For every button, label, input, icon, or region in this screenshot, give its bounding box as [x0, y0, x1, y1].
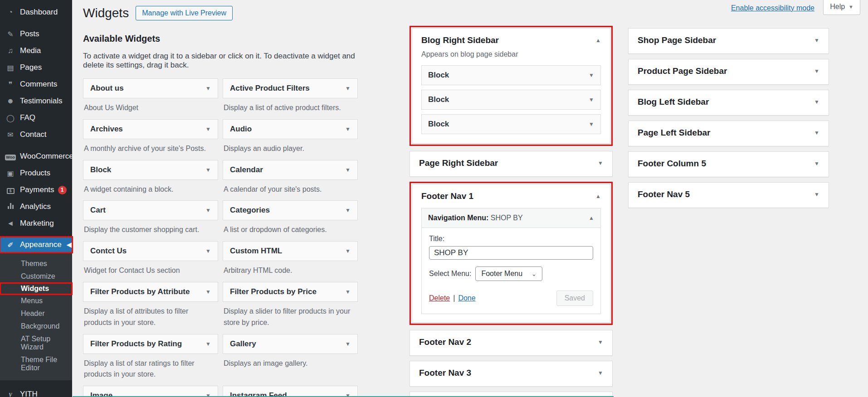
available-widget-archives: Archives ▼ A monthly archive of your sit… [83, 119, 218, 155]
chevron-down-icon[interactable]: ▼ [598, 339, 603, 345]
title-input[interactable] [429, 246, 593, 260]
manage-with-live-preview-button[interactable]: Manage with Live Preview [136, 6, 233, 20]
panel-header[interactable]: Shop Page Sidebar ▼ [629, 29, 829, 52]
sidebar-item-woocommerce[interactable]: Woo WooCommerce [0, 149, 72, 164]
chevron-down-icon[interactable]: ▼ [814, 37, 819, 44]
sidebar-item-faq[interactable]: ◯ FAQ [0, 110, 72, 126]
widget-bar[interactable]: About us ▼ [83, 78, 218, 98]
widget-bar[interactable]: Active Product Filters ▼ [223, 78, 358, 98]
panel-header[interactable]: Footer Nav 2 ▼ [410, 330, 612, 354]
sidebar-item-contact[interactable]: ✉ Contact [0, 127, 72, 142]
chevron-down-icon[interactable]: ▼ [205, 167, 211, 173]
chevron-down-icon[interactable]: ▼ [345, 207, 351, 213]
sidebar-item-analytics[interactable]: Analytics [0, 199, 72, 214]
sidebar-widget-block[interactable]: Block ▼ [421, 65, 601, 85]
panel-blog-right-sidebar: Blog Right Sidebar ▲ Appears on blog pag… [412, 28, 610, 144]
panel-header[interactable]: Footer Nav 3 ▼ [410, 361, 612, 385]
widget-header[interactable]: Navigation Menu: SHOP BY ▲ [422, 208, 600, 228]
widget-bar[interactable]: Contct Us ▼ [83, 241, 218, 261]
sidebar-item-comments[interactable]: ❞ Comments [0, 77, 72, 92]
widget-bar[interactable]: Filter Products by Attribute ▼ [83, 282, 218, 302]
chevron-down-icon[interactable]: ▼ [589, 121, 594, 127]
enable-accessibility-mode-link[interactable]: Enable accessibility mode [731, 4, 814, 12]
chevron-down-icon[interactable]: ▼ [205, 126, 211, 132]
submenu-item-header[interactable]: Header [0, 307, 72, 320]
chevron-down-icon[interactable]: ▼ [345, 126, 351, 132]
widget-bar[interactable]: Audio ▼ [223, 119, 358, 139]
help-button[interactable]: Help ▼ [823, 0, 860, 15]
annotation-box-blog-right-sidebar: Blog Right Sidebar ▲ Appears on blog pag… [410, 26, 613, 146]
widget-bar[interactable]: Block ▼ [83, 160, 218, 180]
chevron-down-icon[interactable]: ▼ [345, 248, 351, 254]
payments-count-badge: 1 [58, 186, 67, 194]
sidebar-item-pages[interactable]: ▤ Pages [0, 60, 72, 75]
chevron-down-icon[interactable]: ▼ [345, 167, 351, 173]
chevron-up-icon[interactable]: ▲ [595, 37, 601, 44]
chevron-down-icon[interactable]: ▼ [814, 191, 819, 198]
chevron-down-icon[interactable]: ▼ [205, 207, 211, 213]
submenu-item-background[interactable]: Background [0, 320, 72, 333]
chevron-down-icon[interactable]: ▼ [589, 72, 594, 78]
available-widget-about-us: About us ▼ About Us Widget [83, 78, 218, 114]
widget-bar[interactable]: Custom HTML ▼ [223, 241, 358, 261]
sidebar-widget-block[interactable]: Block ▼ [421, 90, 601, 110]
menu-select[interactable]: Footer Menu ⌄ [475, 266, 542, 281]
widget-bar[interactable]: Instagram Feed ▼ [223, 386, 358, 397]
products-icon: ▣ [5, 169, 16, 178]
widget-bar[interactable]: Filter Products by Price ▼ [223, 282, 358, 302]
panel-header[interactable]: Footer Nav 5 ▼ [629, 183, 829, 206]
chevron-up-icon[interactable]: ▲ [595, 193, 601, 199]
submenu-item-themes[interactable]: Themes [0, 257, 72, 270]
sidebar-item-marketing[interactable]: ◄ Marketing [0, 216, 72, 231]
sidebar-item-appearance[interactable]: ✐ Appearance ◀ [0, 237, 72, 252]
chevron-up-icon[interactable]: ▲ [589, 215, 594, 221]
widget-bar[interactable]: Calendar ▼ [223, 160, 358, 180]
widget-bar[interactable]: Archives ▼ [83, 119, 218, 139]
chevron-down-icon[interactable]: ▼ [814, 160, 819, 167]
submenu-item-at-setup-wizard[interactable]: AT Setup Wizard [0, 333, 72, 353]
panel-header[interactable]: Blog Left Sidebar ▼ [629, 90, 829, 114]
panel-header[interactable]: Footer Column 5 ▼ [629, 152, 829, 175]
chevron-down-icon[interactable]: ▼ [814, 68, 819, 74]
chevron-down-icon[interactable]: ▼ [205, 248, 211, 254]
widget-bar[interactable]: Cart ▼ [83, 200, 218, 220]
sidebar-item-label: Products [20, 169, 50, 178]
sidebar-item-posts[interactable]: ✎ Posts [0, 26, 72, 42]
submenu-item-theme-file-editor[interactable]: Theme File Editor [0, 353, 72, 374]
panel-header[interactable]: Product Page Sidebar ▼ [629, 59, 829, 83]
chevron-down-icon[interactable]: ▼ [814, 130, 819, 136]
chevron-down-icon[interactable]: ▼ [205, 341, 211, 347]
chevron-down-icon[interactable]: ▼ [205, 289, 211, 295]
panel-header[interactable]: Footer Nav 1 ▲ [412, 184, 610, 206]
chevron-down-icon[interactable]: ▼ [345, 341, 351, 347]
sidebar-item-testimonials[interactable]: ☻ Testimonials [0, 93, 72, 109]
sidebar-item-media[interactable]: ♫ Media [0, 43, 72, 58]
saved-button[interactable]: Saved [556, 290, 593, 306]
widget-bar[interactable]: Image ▼ [83, 386, 218, 397]
widget-bar[interactable]: Filter Products by Rating ▼ [83, 334, 218, 354]
done-link[interactable]: Done [458, 294, 475, 302]
sidebar-item-dashboard[interactable]: ◔ Dashboard [0, 5, 72, 20]
chevron-down-icon[interactable]: ▼ [589, 97, 594, 103]
sidebar-item-yith[interactable]: y YITH [0, 387, 72, 397]
delete-link[interactable]: Delete [429, 294, 450, 302]
sidebar-widget-block[interactable]: Block ▼ [421, 114, 601, 134]
chevron-down-icon[interactable]: ▼ [598, 160, 603, 166]
sidebar-item-payments[interactable]: $ Payments 1 [0, 182, 72, 198]
submenu-item-widgets[interactable]: Widgets [0, 283, 72, 295]
payments-icon-symbol: $ [7, 188, 15, 194]
panel-header[interactable]: Page Left Sidebar ▼ [629, 121, 829, 145]
chevron-down-icon[interactable]: ▼ [345, 85, 351, 92]
chevron-down-icon[interactable]: ▼ [205, 85, 211, 92]
panel-header[interactable]: Page Right Sidebar ▼ [410, 151, 612, 175]
chevron-down-icon[interactable]: ▼ [345, 289, 351, 295]
widget-bar[interactable]: Gallery ▼ [223, 334, 358, 354]
chevron-down-icon[interactable]: ▼ [598, 370, 603, 376]
available-widget-contct-us: Contct Us ▼ Widget for Contact Us sectio… [83, 241, 218, 276]
submenu-item-menus[interactable]: Menus [0, 295, 72, 307]
sidebar-item-products[interactable]: ▣ Products [0, 165, 72, 181]
submenu-item-customize[interactable]: Customize [0, 270, 72, 283]
widget-bar[interactable]: Categories ▼ [223, 200, 358, 220]
chevron-down-icon[interactable]: ▼ [814, 99, 819, 105]
panel-header[interactable]: Blog Right Sidebar ▲ [412, 29, 610, 50]
